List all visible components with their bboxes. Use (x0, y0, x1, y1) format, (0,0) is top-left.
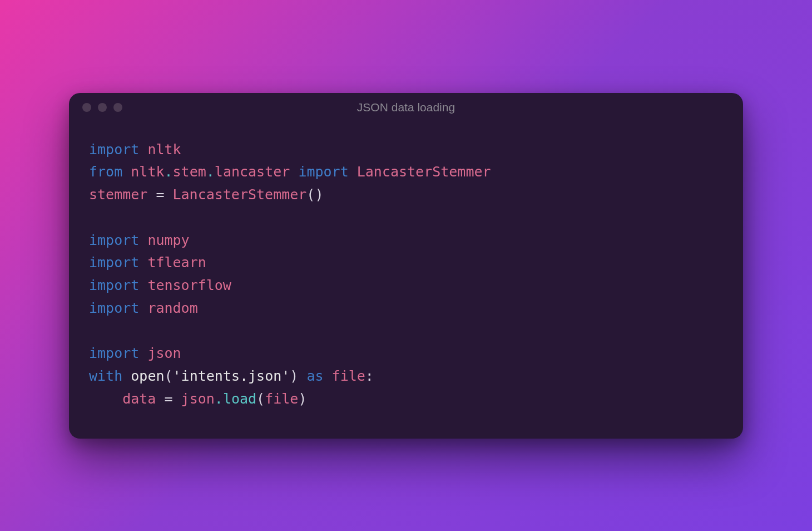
indent (89, 391, 122, 407)
keyword: import (89, 141, 139, 158)
keyword: as (306, 368, 323, 384)
traffic-lights (82, 103, 122, 112)
operator: = (156, 391, 181, 407)
code-block[interactable]: import nltk from nltk.stem.lancaster imp… (69, 116, 743, 439)
module: nltk (147, 141, 181, 158)
punct: : (365, 368, 374, 384)
punct: ) (298, 391, 306, 407)
window-title: JSON data loading (69, 101, 743, 114)
class: LancasterStemmer (357, 164, 491, 180)
variable: stemmer (89, 186, 147, 203)
punct: ) (290, 368, 298, 384)
close-icon[interactable] (82, 103, 91, 112)
variable: data (122, 391, 156, 407)
variable: file (332, 368, 365, 384)
punct: () (306, 186, 323, 203)
punct: ( (256, 391, 265, 407)
module: json (147, 345, 181, 361)
keyword: import (298, 164, 348, 180)
keyword: import (89, 277, 139, 293)
titlebar: JSON data loading (69, 93, 743, 116)
module: json (181, 391, 215, 407)
class: LancasterStemmer (173, 186, 307, 203)
keyword: import (89, 254, 139, 271)
keyword: with (89, 368, 122, 384)
module: tflearn (147, 254, 206, 271)
keyword: import (89, 345, 139, 361)
maximize-icon[interactable] (113, 103, 122, 112)
method: load (223, 391, 256, 407)
module: nltk (131, 164, 164, 180)
module: random (147, 300, 197, 316)
punct: . (206, 164, 215, 180)
operator: = (147, 186, 172, 203)
module: lancaster (215, 164, 290, 180)
builtin: open (131, 368, 164, 384)
string: 'intents.json' (173, 368, 290, 384)
code-window: JSON data loading import nltk from nltk.… (69, 93, 743, 439)
module: stem (173, 164, 206, 180)
punct: ( (165, 368, 173, 384)
module: tensorflow (147, 277, 231, 293)
punct: . (215, 391, 223, 407)
keyword: import (89, 232, 139, 248)
variable: file (265, 391, 298, 407)
keyword: from (89, 164, 122, 180)
module: numpy (147, 232, 189, 248)
keyword: import (89, 300, 139, 316)
minimize-icon[interactable] (98, 103, 107, 112)
punct: . (165, 164, 173, 180)
